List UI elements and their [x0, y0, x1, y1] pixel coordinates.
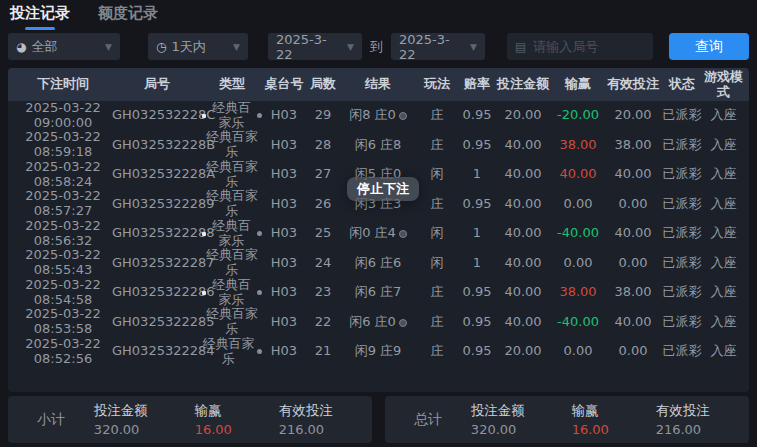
valid-bet-cell: 40.00 [606, 167, 660, 182]
game-count-cell: 28 [306, 138, 340, 153]
bet-amount-cell: 40.00 [496, 138, 550, 153]
table-row: 2025-03-2208:52:56GH0325322284经典百家乐H0321… [14, 337, 743, 367]
active-tab-underline [25, 27, 55, 30]
odds-cell: 1 [458, 226, 496, 241]
game-mode-cell: 入座 [704, 197, 743, 212]
valid-bet-cell: 0.00 [606, 344, 660, 359]
time-range-select[interactable]: ◷ 1天内 ▼ [148, 33, 248, 60]
result-cell: 闲6 庄8 [340, 138, 416, 153]
bet-amount-cell: 40.00 [496, 315, 550, 330]
game-count-cell: 29 [306, 108, 340, 123]
game-type-cell: 经典百家乐 [202, 130, 262, 160]
status-cell: 已派彩 [660, 138, 704, 153]
filter-bar: ◕ 全部 ▼ ◷ 1天内 ▼ 2025-3-22 ▼ 到 2025-3-22 ▼… [8, 33, 749, 60]
stop-betting-tooltip: 停止下注 [347, 177, 419, 201]
win-loss-cell: 40.00 [550, 167, 606, 182]
subtotal-winloss: 输赢 16.00 [195, 402, 279, 437]
status-cell: 已派彩 [660, 256, 704, 271]
table-row: 2025-03-2208:53:58GH0325322285经典百家乐H0322… [14, 308, 743, 338]
subtotal-panel: 小计 投注金额 320.00 输赢 16.00 有效投注 216.00 [8, 396, 372, 443]
subtotal-valid-bet: 有效投注 216.00 [279, 402, 372, 437]
game-type-cell: 经典百家乐 [202, 307, 262, 337]
game-type-cell: 经典百家乐 [202, 248, 262, 278]
date-to-value: 2025-3-22 [399, 32, 464, 62]
play-type-cell: 庄 [416, 138, 458, 153]
betting-records-page: 投注记录 额度记录 ◕ 全部 ▼ ◷ 1天内 ▼ 2025-3-22 ▼ 到 2… [0, 0, 757, 447]
round-id-cell: GH032532228B [112, 138, 202, 153]
table-row: 2025-03-2208:55:43GH0325322287经典百家乐H0324… [14, 249, 743, 279]
round-id-cell: GH0325322286 [112, 285, 202, 300]
play-type-cell: 庄 [416, 285, 458, 300]
round-id-cell: GH0325322289 [112, 197, 202, 212]
round-id-cell: GH0325322287 [112, 256, 202, 271]
date-from-picker[interactable]: 2025-3-22 ▼ [268, 33, 362, 60]
type-left-dot-icon [202, 114, 206, 118]
status-cell: 已派彩 [660, 167, 704, 182]
table-row: 2025-03-2208:54:58GH0325322286经典百家乐H0323… [14, 278, 743, 308]
table-no-cell: H03 [262, 138, 306, 153]
table-no-cell: H03 [262, 197, 306, 212]
query-button[interactable]: 查询 [669, 33, 749, 60]
bet-time-cell: 2025-03-2208:59:18 [14, 130, 112, 160]
table-no-cell: H03 [262, 108, 306, 123]
game-count-cell: 22 [306, 315, 340, 330]
time-range-select-value: 1天内 [171, 38, 205, 56]
result-info-icon[interactable] [399, 112, 407, 120]
play-type-cell: 闲 [416, 256, 458, 271]
status-cell: 已派彩 [660, 108, 704, 123]
result-cell: 闲0 庄4 [340, 226, 416, 241]
table-no-cell: H03 [262, 167, 306, 182]
game-count-cell: 25 [306, 226, 340, 241]
category-select[interactable]: ◕ 全部 ▼ [8, 33, 120, 60]
date-to-picker[interactable]: 2025-3-22 ▼ [391, 33, 485, 60]
column-header-game-type: 类型 [202, 77, 262, 92]
column-header-odds: 赔率 [458, 77, 496, 92]
table-header-row: 下注时间局号类型桌台号局数结果玩法赔率投注金额输赢有效投注状态游戏模式 [8, 68, 749, 101]
result-info-icon[interactable] [399, 319, 407, 327]
column-header-bet-time: 下注时间 [14, 77, 112, 92]
table-row: 2025-03-2208:56:32GH0325322288经典百家乐H0325… [14, 219, 743, 249]
date-from-value: 2025-3-22 [276, 32, 341, 62]
tab-quota-records[interactable]: 额度记录 [98, 4, 158, 30]
result-cell: 闲6 庄7 [340, 285, 416, 300]
game-mode-cell: 入座 [704, 226, 743, 241]
play-type-cell: 庄 [416, 344, 458, 359]
category-select-value: 全部 [31, 38, 57, 56]
game-count-cell: 23 [306, 285, 340, 300]
status-cell: 已派彩 [660, 197, 704, 212]
round-id-cell: GH0325322288 [112, 226, 202, 241]
table-no-cell: H03 [262, 344, 306, 359]
game-count-cell: 26 [306, 197, 340, 212]
result-info-icon[interactable] [399, 230, 407, 238]
clock-icon: ◷ [156, 41, 166, 53]
valid-bet-cell: 0.00 [606, 256, 660, 271]
game-count-cell: 24 [306, 256, 340, 271]
column-header-result: 结果 [340, 77, 416, 92]
table-body: 2025-03-2209:00:00GH032532228C经典百家乐H0329… [14, 101, 743, 367]
column-header-status: 状态 [660, 77, 704, 92]
win-loss-cell: 38.00 [550, 285, 606, 300]
round-id-cell: GH0325322284 [112, 344, 202, 359]
game-type-cell: 经典百家乐 [202, 160, 262, 190]
game-mode-cell: 入座 [704, 167, 743, 182]
bet-amount-cell: 20.00 [496, 108, 550, 123]
game-type-cell: 经典百家乐 [202, 189, 262, 219]
round-number-input[interactable] [531, 38, 645, 55]
tab-betting-records[interactable]: 投注记录 [10, 4, 70, 30]
odds-cell: 0.95 [458, 138, 496, 153]
game-count-cell: 21 [306, 344, 340, 359]
win-loss-cell: -20.00 [550, 108, 606, 123]
valid-bet-cell: 20.00 [606, 108, 660, 123]
play-type-cell: 闲 [416, 226, 458, 241]
bet-amount-cell: 40.00 [496, 197, 550, 212]
odds-cell: 1 [458, 256, 496, 271]
table-no-cell: H03 [262, 315, 306, 330]
bet-time-cell: 2025-03-2208:58:24 [14, 160, 112, 190]
bet-time-cell: 2025-03-2208:57:27 [14, 189, 112, 219]
subtotal-label: 小计 [8, 411, 94, 429]
odds-cell: 0.95 [458, 344, 496, 359]
bet-amount-cell: 40.00 [496, 256, 550, 271]
status-cell: 已派彩 [660, 285, 704, 300]
total-valid-bet: 有效投注 216.00 [656, 402, 749, 437]
bet-time-cell: 2025-03-2209:00:00 [14, 101, 112, 131]
